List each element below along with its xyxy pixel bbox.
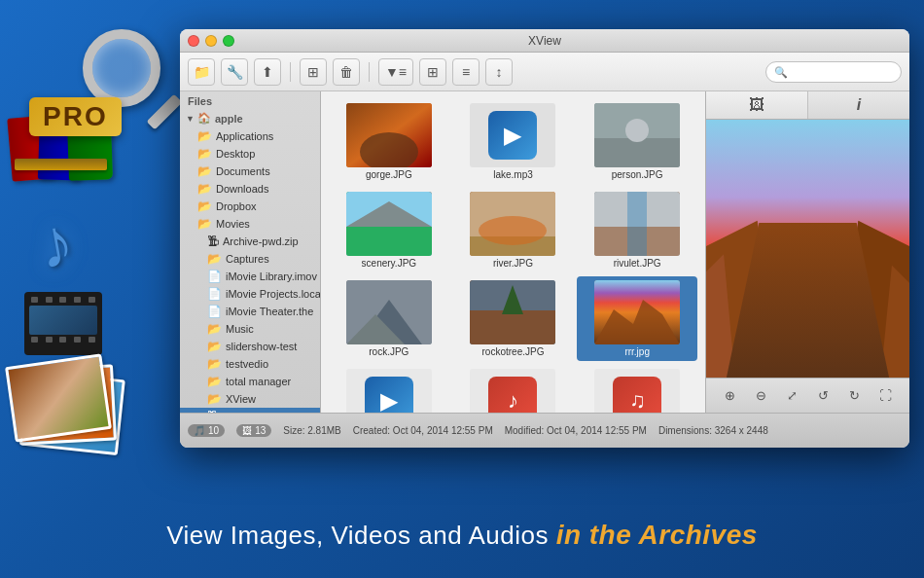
file-item-sample-ipod[interactable]: ▶ sample_iPod.m4v [329, 365, 449, 413]
folder-icon: 📂 [207, 392, 222, 406]
file-name: gorge.JPG [366, 169, 412, 180]
count-images: 13 [255, 425, 266, 436]
sidebar-item-slidershow[interactable]: 📂 slidershow-test [180, 338, 320, 355]
filter-button[interactable]: ▼≡ [378, 58, 413, 86]
bottom-tagline: View Images, Videos and Audios in the Ar… [0, 520, 924, 551]
sidebar-item-music[interactable]: 📂 Music [180, 320, 320, 338]
file-item-lake[interactable]: ▶ lake.mp3 [453, 99, 574, 184]
sidebar-item-total-manager[interactable]: 📂 total manager [180, 373, 320, 390]
section-label: apple [215, 113, 243, 125]
status-bar: 🎵 10 🖼 13 Size: 2.81MB Created: Oct 04, … [180, 413, 909, 448]
preview-pane: 🖼 i [705, 91, 909, 413]
file-item-rrr[interactable]: rrr.jpg [577, 276, 697, 361]
magnifier-handle [147, 94, 183, 130]
sidebar: Files ▼ 🏠 apple 📂 Applications 📂 Desktop… [180, 91, 321, 413]
sidebar-item-desktop[interactable]: 📂 Desktop [180, 145, 320, 163]
folder-icon: 📂 [197, 199, 212, 213]
sidebar-item-testvedio[interactable]: 📂 testvedio [180, 355, 320, 373]
sidebar-section-apple[interactable]: ▼ 🏠 apple [180, 109, 320, 127]
file-icon: 📄 [207, 287, 222, 301]
separator-1 [290, 62, 291, 82]
preview-tab-info[interactable]: i [808, 91, 909, 119]
sidebar-item-imovie-projects[interactable]: 📄 iMovie Projects.loca [180, 285, 320, 303]
copy-button[interactable]: ⊞ [300, 58, 327, 86]
zoom-in-button[interactable]: ⊕ [718, 384, 741, 408]
zip-icon: 🗜 [207, 410, 219, 413]
svg-rect-6 [346, 227, 432, 256]
modified-date: Modified: Oct 04, 2014 12:55 PM [505, 425, 647, 436]
file-name: scenery.JPG [362, 258, 417, 269]
file-item-sings[interactable]: ♫ sings.3g2 [577, 365, 697, 413]
sidebar-item-imovie-theater[interactable]: 📄 iMovie Theater.the [180, 303, 320, 320]
titlebar: XView [180, 29, 909, 53]
file-item-river[interactable]: river.JPG [453, 188, 574, 272]
canyon-preview-image [706, 120, 909, 378]
file-size: Size: 2.81MB [283, 425, 340, 436]
share-button[interactable]: ⬆ [254, 58, 281, 86]
file-item-gorge[interactable]: gorge.JPG [329, 99, 449, 184]
view1-button[interactable]: ⊞ [419, 58, 446, 86]
folder-icon: 📂 [207, 322, 222, 336]
file-item-rivulet[interactable]: rivulet.JPG [577, 188, 697, 272]
folder-icon: 📂 [197, 217, 212, 231]
sidebar-item-downloads[interactable]: 📂 Downloads [180, 180, 320, 198]
preview-tab-image[interactable]: 🖼 [706, 91, 808, 119]
image-icon: 🖼 [242, 425, 252, 436]
fit-button[interactable]: ⤢ [780, 384, 803, 408]
tools-button[interactable]: 🔧 [221, 58, 248, 86]
folder-icon: 📂 [197, 182, 212, 196]
view2-button[interactable]: ≡ [452, 58, 480, 86]
sidebar-item-archive-pwd[interactable]: 🗜 Archive-pwd.zip [180, 233, 320, 250]
file-name: river.JPG [493, 258, 533, 269]
main-app-icon: PRO [10, 29, 175, 195]
close-button[interactable] [188, 35, 199, 47]
trash-button[interactable]: 🗑 [333, 58, 360, 86]
file-name: rock.JPG [369, 346, 409, 357]
folder-button[interactable]: 📁 [188, 58, 215, 86]
sidebar-item-xview-folder[interactable]: 📂 XView [180, 390, 320, 408]
folder-icon: 📂 [197, 129, 212, 143]
sidebar-item-movies[interactable]: 📂 Movies [180, 215, 320, 233]
file-item-rember[interactable]: ♪ rember.ac3 [453, 365, 574, 413]
file-thumbnail: ♪ [470, 369, 555, 413]
file-item-rockotree[interactable]: rockotree.JPG [453, 276, 574, 361]
fullscreen-button[interactable]: ⛶ [874, 384, 898, 408]
file-name: rrr.jpg [624, 346, 650, 357]
file-thumbnail: ▶ [470, 103, 555, 167]
file-thumbnail [594, 192, 680, 256]
file-item-rock[interactable]: rock.JPG [329, 276, 449, 361]
preview-image-area [706, 120, 909, 378]
sidebar-item-imovie-library[interactable]: 📄 iMovie Library.imov [180, 268, 320, 285]
file-grid[interactable]: gorge.JPG ▶ lake.mp3 person.JPG [321, 91, 705, 413]
rotate-right-button[interactable]: ↻ [843, 384, 867, 408]
traffic-lights[interactable] [188, 35, 234, 47]
file-item-person[interactable]: person.JPG [577, 99, 697, 184]
sidebar-item-xview-zip[interactable]: 🗜 XView.zip [180, 408, 320, 413]
count-icon: 🎵 [194, 425, 205, 436]
rotate-left-button[interactable]: ↺ [812, 384, 835, 408]
sidebar-item-applications[interactable]: 📂 Applications [180, 127, 320, 145]
folder-icon: 📂 [207, 375, 222, 388]
sidebar-item-captures[interactable]: 📂 Captures [180, 250, 320, 268]
dimensions: Dimensions: 3264 x 2448 [658, 425, 768, 436]
file-icon: 📄 [207, 270, 222, 283]
svg-rect-3 [594, 138, 680, 167]
sidebar-item-documents[interactable]: 📂 Documents [180, 163, 320, 180]
file-thumbnail [470, 192, 555, 256]
zoom-out-button[interactable]: ⊖ [749, 384, 772, 408]
file-item-scenery[interactable]: scenery.JPG [329, 188, 449, 272]
file-thumbnail: ♫ [594, 369, 680, 413]
sidebar-item-dropbox[interactable]: 📂 Dropbox [180, 198, 320, 215]
minimize-button[interactable] [205, 35, 217, 47]
magnifier-glass [83, 29, 160, 107]
sort-button[interactable]: ↕ [485, 58, 513, 86]
search-input[interactable] [765, 61, 902, 83]
file-thumbnail [346, 103, 432, 167]
image-count-badge: 🖼 13 [236, 424, 271, 437]
file-name: person.JPG [612, 169, 663, 180]
file-thumbnail [594, 280, 680, 344]
window-title: XView [528, 34, 561, 48]
app-icons-panel: PRO ♪ [0, 19, 180, 467]
maximize-button[interactable] [223, 35, 234, 47]
file-name: rockotree.JPG [482, 346, 545, 357]
